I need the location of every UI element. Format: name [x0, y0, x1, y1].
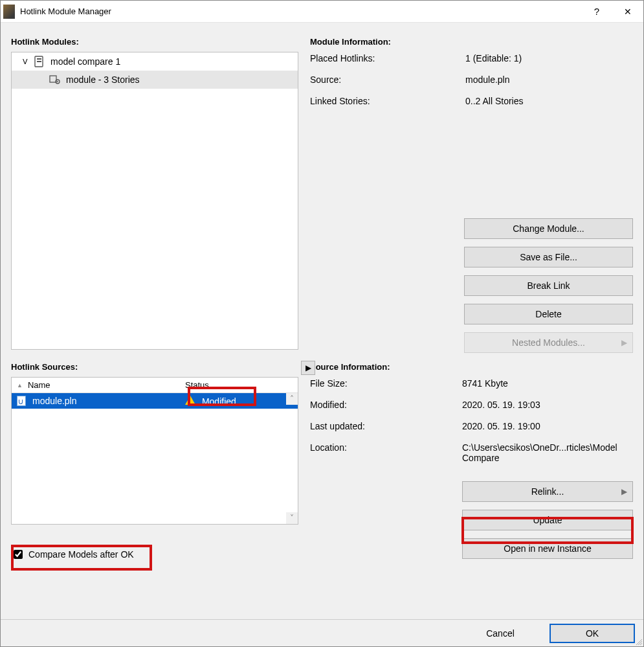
modified-label: Modified:: [310, 400, 462, 410]
file-size-label: File Size:: [310, 378, 462, 389]
source-information-heading: Source Information:: [310, 362, 633, 372]
source-status-cell: Modified: [185, 396, 293, 407]
column-name-label: Name: [28, 380, 50, 390]
project-file-icon: [34, 56, 45, 67]
relink-button[interactable]: Relink... ▶: [462, 481, 633, 502]
nested-modules-button: Nested Modules... ▶: [464, 332, 633, 353]
placed-hotlinks-value: 1 (Editable: 1): [465, 53, 633, 63]
sources-table[interactable]: ▲ Name Status module.pln Modified: [11, 377, 298, 525]
delete-label: Delete: [535, 309, 561, 319]
module-information-heading: Module Information:: [310, 37, 633, 47]
svg-rect-2: [37, 61, 41, 62]
linked-stories-label: Linked Stories:: [310, 96, 465, 106]
dialog-content: Hotlink Modules: ᐯ model compare 1 modul…: [1, 23, 643, 622]
source-info-grid: File Size: 8741 Kbyte Modified: 2020. 05…: [310, 377, 633, 463]
column-status-label: Status: [185, 380, 209, 390]
column-header-name[interactable]: ▲ Name: [17, 380, 185, 390]
compare-models-checkbox-row[interactable]: Compare Models after OK: [11, 545, 298, 563]
ok-label: OK: [586, 628, 599, 639]
warning-icon: [185, 396, 195, 405]
upper-pane: Hotlink Modules: ᐯ model compare 1 modul…: [11, 33, 633, 353]
chevron-right-icon: ▶: [305, 363, 311, 372]
cancel-label: Cancel: [486, 628, 515, 639]
hotlink-modules-section: Hotlink Modules: ᐯ model compare 1 modul…: [11, 33, 298, 353]
update-button[interactable]: Update: [462, 510, 633, 530]
module-link-icon: [49, 74, 61, 85]
sources-row[interactable]: module.pln Modified: [12, 393, 298, 409]
sources-expand-button[interactable]: ▶: [301, 361, 315, 375]
compare-models-label: Compare Models after OK: [28, 549, 134, 560]
submenu-arrow-icon: ▶: [621, 487, 627, 496]
tree-root-label: model compare 1: [50, 56, 120, 67]
location-label: Location:: [310, 442, 462, 463]
change-module-button[interactable]: Change Module...: [464, 218, 633, 239]
change-module-label: Change Module...: [513, 223, 584, 234]
source-name-text: module.pln: [32, 396, 77, 406]
source-label: Source:: [310, 74, 465, 85]
modules-tree[interactable]: ᐯ model compare 1 module - 3 Stories: [11, 52, 298, 350]
file-size-value: 8741 Kbyte: [462, 378, 633, 389]
tree-child-label: module - 3 Stories: [66, 74, 140, 85]
source-value: module.pln: [465, 74, 633, 85]
app-icon: [3, 5, 15, 19]
save-as-file-button[interactable]: Save as File...: [464, 247, 633, 267]
last-updated-label: Last updated:: [310, 421, 462, 431]
compare-models-checkbox[interactable]: [14, 550, 23, 559]
resize-grip-icon[interactable]: [634, 637, 642, 645]
open-in-new-instance-button[interactable]: Open in new Instance: [462, 538, 633, 559]
svg-point-5: [57, 81, 58, 82]
dialog-footer: Cancel OK: [1, 619, 643, 646]
hotlink-sources-heading: Hotlink Sources:: [11, 362, 298, 372]
window-title: Hotlink Module Manager: [20, 6, 581, 16]
sources-header-row: ▲ Name Status: [12, 378, 298, 393]
cancel-button[interactable]: Cancel: [458, 624, 542, 642]
nested-modules-label: Nested Modules...: [512, 337, 585, 348]
submenu-arrow-icon: ▶: [621, 338, 627, 347]
svg-rect-1: [37, 58, 41, 60]
open-in-new-instance-label: Open in new Instance: [504, 543, 591, 554]
close-button[interactable]: ✕: [612, 1, 643, 23]
source-buttons: Relink... ▶ Update Open in new Instance: [310, 481, 633, 559]
close-icon: ✕: [624, 6, 632, 17]
title-bar: Hotlink Module Manager ? ✕: [1, 1, 643, 23]
tree-root-row[interactable]: ᐯ model compare 1: [12, 52, 298, 71]
delete-button[interactable]: Delete: [464, 304, 633, 324]
break-link-label: Break Link: [527, 280, 570, 291]
sort-ascending-icon: ▲: [17, 382, 23, 389]
scroll-up-button[interactable]: ˄: [286, 393, 298, 405]
ok-button[interactable]: OK: [550, 624, 634, 642]
tree-child-row[interactable]: module - 3 Stories: [12, 71, 298, 89]
source-status-text: Modified: [202, 396, 236, 407]
lower-pane: Hotlink Sources: ▶ ▲ Name Status: [11, 358, 633, 596]
expand-toggle-icon[interactable]: ᐯ: [21, 58, 30, 66]
column-header-status[interactable]: Status: [185, 380, 293, 390]
source-information-section: Source Information: File Size: 8741 Kbyt…: [310, 358, 633, 596]
help-button[interactable]: ?: [581, 1, 612, 23]
help-icon: ?: [594, 6, 599, 17]
relink-label: Relink...: [531, 486, 564, 497]
modified-value: 2020. 05. 19. 19:03: [462, 400, 633, 410]
update-label: Update: [533, 515, 562, 525]
linked-stories-value: 0..2 All Stories: [465, 96, 633, 106]
placed-hotlinks-label: Placed Hotlinks:: [310, 53, 465, 63]
module-information-section: Module Information: Placed Hotlinks: 1 (…: [310, 33, 633, 353]
hotlink-modules-heading: Hotlink Modules:: [11, 37, 298, 47]
source-name-cell: module.pln: [17, 396, 185, 406]
location-value: C:\Users\ecsikos\OneDr...rticles\Model C…: [462, 442, 633, 463]
module-info-grid: Placed Hotlinks: 1 (Editable: 1) Source:…: [310, 52, 633, 106]
last-updated-value: 2020. 05. 19. 19:00: [462, 421, 633, 431]
break-link-button[interactable]: Break Link: [464, 275, 633, 296]
save-as-file-label: Save as File...: [520, 252, 577, 262]
scroll-down-button[interactable]: ˅: [286, 512, 298, 524]
pln-file-icon: [17, 396, 26, 406]
hotlink-sources-section: Hotlink Sources: ▶ ▲ Name Status: [11, 358, 298, 596]
module-buttons: Change Module... Save as File... Break L…: [310, 218, 633, 353]
